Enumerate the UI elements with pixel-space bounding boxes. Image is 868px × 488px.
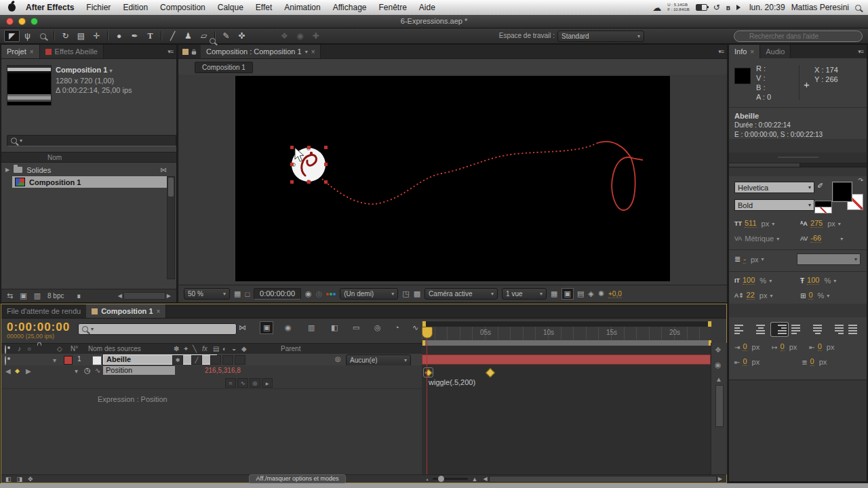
clone-stamp-tool[interactable]: ♟: [180, 30, 196, 42]
position-property-row[interactable]: ◀ ◆ ▶ ▾ ◷ ∿ Position 216,5,316,8: [1, 365, 422, 376]
project-search-field[interactable]: ▾: [7, 135, 176, 146]
chevron-down-icon[interactable]: ▾: [838, 221, 841, 227]
tab-effets-abeille[interactable]: Effets Abeille: [40, 45, 104, 58]
help-search-input[interactable]: [734, 30, 863, 42]
magnification-dropdown[interactable]: 50 %▾: [184, 288, 230, 300]
hand-tool[interactable]: ψ: [20, 30, 35, 42]
keyframe-1[interactable]: [423, 367, 433, 378]
switch-col-7[interactable]: ◆: [241, 345, 247, 352]
zoom-in-icon[interactable]: ▲: [472, 476, 478, 483]
expression-text[interactable]: wiggle(.5,200): [429, 378, 475, 386]
zoom-out-icon[interactable]: ▴: [426, 476, 428, 481]
camera-dropdown[interactable]: Caméra active▾: [425, 288, 498, 300]
effect-switch[interactable]: [210, 355, 221, 365]
chevron-down-icon[interactable]: ▾: [770, 293, 772, 299]
comp-mini-flowchart-icon[interactable]: ⋈: [239, 323, 246, 332]
graph-editor-icon[interactable]: ∿: [412, 323, 418, 332]
frame-blending-icon[interactable]: ▥: [308, 323, 315, 332]
kerning-value[interactable]: Métrique: [745, 235, 774, 243]
window-titlebar[interactable]: 6-Expressions.aep *: [0, 15, 868, 28]
switch-col-fx[interactable]: fx: [202, 345, 208, 352]
menu-aide[interactable]: Aide: [413, 0, 441, 15]
switch-col-1[interactable]: ✽: [174, 345, 179, 352]
time-ruler[interactable]: 0s 05s 10s 15s 20s: [422, 327, 711, 340]
panel-menu-icon[interactable]: ▾≡: [858, 48, 863, 55]
timeline-horizontal-scrollbar[interactable]: ◀▶: [483, 476, 722, 483]
menubar-clock[interactable]: lun. 20:39: [749, 3, 785, 12]
pixel-aspect-correction-icon[interactable]: ▣: [562, 289, 573, 299]
project-vertical-scrollbar[interactable]: [167, 176, 175, 279]
switch-col-3[interactable]: ╲: [193, 345, 197, 352]
shape-tool[interactable]: ●: [111, 30, 127, 42]
comp-button-icon[interactable]: ◉: [715, 361, 722, 369]
expression-enable-icon[interactable]: =: [225, 378, 236, 388]
transparency-grid-icon[interactable]: ▩: [414, 289, 420, 298]
position-value[interactable]: 216,5,316,8: [205, 367, 241, 374]
font-style-dropdown[interactable]: Bold▾: [734, 199, 814, 211]
keyframe-2[interactable]: [486, 368, 495, 378]
menu-fichier[interactable]: Fichier: [80, 0, 117, 15]
anchor-mode-icon[interactable]: ◉: [292, 30, 308, 42]
brainstorm-icon[interactable]: ▭: [353, 323, 359, 332]
timeline-track-area[interactable]: wiggle(.5,200): [422, 346, 711, 474]
motion-blur-switch[interactable]: [222, 355, 233, 365]
eyedropper-icon[interactable]: ✐: [817, 182, 823, 190]
column-source-name[interactable]: Nom des sources: [88, 345, 141, 352]
playhead-handle[interactable]: [422, 327, 433, 338]
menu-edition[interactable]: Edition: [117, 0, 154, 15]
show-snapshot-icon[interactable]: ◎: [316, 289, 323, 298]
expand-transfer-icon[interactable]: ✥: [28, 476, 33, 483]
new-folder-icon[interactable]: ▣: [20, 291, 26, 300]
project-settings-icon[interactable]: ▥: [34, 291, 41, 300]
timeline-button-icon[interactable]: ▤: [577, 289, 584, 298]
chevron-down-icon[interactable]: ▾: [776, 236, 779, 242]
close-icon[interactable]: ×: [750, 48, 754, 56]
justify-last-right-button[interactable]: [828, 323, 845, 336]
volume-icon[interactable]: [736, 5, 743, 10]
region-of-interest-icon[interactable]: □: [245, 290, 250, 298]
timeline-vertical-scrollbar[interactable]: [715, 385, 724, 427]
prev-keyframe-icon[interactable]: ◀: [5, 367, 11, 375]
stopwatch-icon[interactable]: ◷: [84, 366, 91, 375]
chevron-down-icon[interactable]: ▾: [769, 278, 772, 284]
switch-col-4[interactable]: ▤: [213, 345, 219, 352]
close-icon[interactable]: ×: [30, 48, 34, 56]
baseline-shift-value[interactable]: 22: [747, 291, 755, 300]
justify-last-left-button[interactable]: [790, 323, 807, 336]
brush-tool[interactable]: ╱: [165, 30, 180, 42]
layer-row-abeille[interactable]: ▾ 1 Abeille ✱ ╱ ◎ Aucun(e)▾: [1, 354, 422, 366]
chevron-down-icon[interactable]: ▾: [840, 236, 843, 242]
layer-label-swatch[interactable]: [64, 356, 73, 365]
expression-language-icon[interactable]: ▶: [262, 378, 273, 388]
resolution-dropdown[interactable]: (Un demi)▾: [340, 288, 398, 300]
flowchart-button-icon[interactable]: ◈: [588, 289, 593, 298]
memory-status[interactable]: U : 5.14GBF : 10.84GB: [667, 3, 689, 12]
font-size-value[interactable]: 511: [745, 220, 757, 228]
cloud-status-icon[interactable]: ☁: [652, 3, 661, 13]
vertical-scale-value[interactable]: 100: [743, 277, 755, 285]
bluetooth-icon[interactable]: ʙ: [726, 4, 730, 12]
zoom-slider-handle[interactable]: [438, 476, 444, 482]
property-expand-icon[interactable]: ▾: [75, 367, 78, 375]
motion-blur-icon[interactable]: ◧: [331, 323, 338, 332]
align-center-button[interactable]: [752, 323, 769, 336]
expression-pickwhip-icon[interactable]: ◎: [250, 378, 260, 388]
composition-breadcrumb[interactable]: Composition 1: [195, 62, 253, 73]
space-after-value[interactable]: 0: [810, 358, 814, 366]
fill-stroke-swatches[interactable]: ↷: [832, 179, 863, 210]
layer-duration-bar[interactable]: [422, 354, 711, 365]
workspace-dropdown[interactable]: Standard▾: [557, 30, 644, 42]
indent-left-value[interactable]: 0: [743, 343, 747, 351]
comp-timecode[interactable]: 0:00:00:00: [254, 288, 301, 300]
quality-switch[interactable]: ╱: [191, 355, 202, 365]
justify-last-center-button[interactable]: [809, 323, 826, 336]
chevron-down-icon[interactable]: ▾: [305, 49, 308, 55]
close-icon[interactable]: ×: [311, 48, 315, 56]
property-name[interactable]: Position: [103, 366, 175, 375]
switch-col-5[interactable]: ◐: [222, 345, 226, 352]
chevron-down-icon[interactable]: ▾: [772, 221, 774, 227]
font-family-dropdown[interactable]: Helvetica▾: [734, 182, 814, 193]
chevron-down-icon[interactable]: ▾: [762, 256, 764, 262]
timeline-search-field[interactable]: ▾: [78, 323, 237, 335]
zoom-tool[interactable]: [35, 30, 51, 42]
